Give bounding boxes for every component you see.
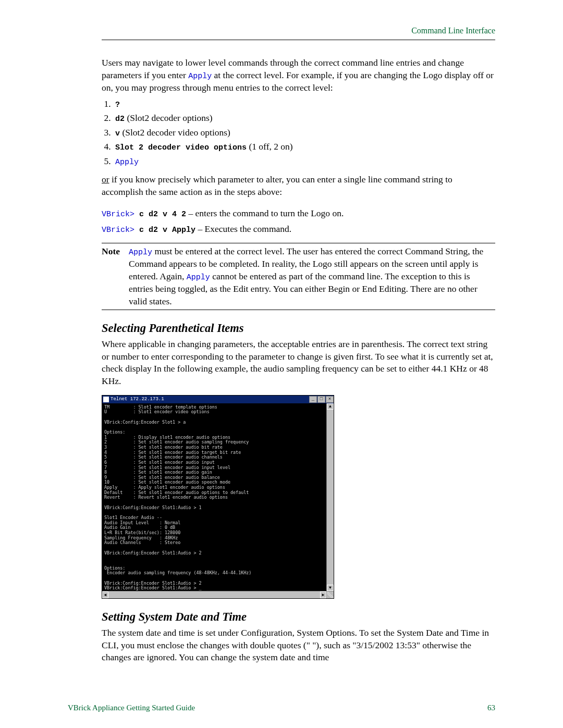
apply-inline-1: Apply [188, 72, 212, 81]
scroll-down-arrow-icon[interactable]: ▼ [327, 585, 334, 591]
cmd-1-desc: – enters the command to turn the Logo on… [186, 208, 344, 218]
step-2-desc: (Slot2 decoder options) [125, 113, 213, 123]
step-1-cmd: ? [115, 101, 120, 109]
telnet-titlebar[interactable]: Telnet 172.22.173.1 _ □ × [102, 396, 334, 403]
note-rule-top [102, 243, 495, 243]
cmd-2-desc: – Executes the command. [195, 224, 291, 234]
alt-paragraph: or if you know precisely which parameter… [102, 174, 495, 198]
telnet-app-icon [103, 397, 109, 402]
cmd-line-1: VBrick> c d2 v 4 2 – enters the command … [102, 207, 495, 220]
note-apply-1: Apply [129, 248, 152, 257]
alt-or: or [102, 174, 109, 184]
footer-left: VBrick Appliance Getting Started Guide [68, 704, 195, 712]
maximize-button[interactable]: □ [317, 396, 325, 403]
scroll-up-arrow-icon[interactable]: ▲ [327, 403, 334, 410]
step-5: Apply [113, 154, 495, 169]
telnet-output: TM : Slot1 encoder template options U : … [102, 403, 326, 591]
note-block: Note Apply must be entered at the correc… [102, 245, 495, 307]
step-3-cmd: v [115, 129, 120, 138]
vertical-scrollbar[interactable]: ▲ ▼ [326, 403, 334, 591]
scroll-left-arrow-icon[interactable]: ◄ [102, 591, 108, 598]
step-3: v (Slot2 decoder video options) [113, 126, 495, 140]
step-2-cmd: d2 [115, 115, 125, 124]
step-4-cmd: Slot 2 decoder video options [115, 143, 247, 152]
step-2: d2 (Slot2 decoder options) [113, 111, 495, 126]
vscroll-track[interactable] [327, 410, 334, 585]
step-1: ? [113, 97, 495, 112]
page-footer: VBrick Appliance Getting Started Guide 6… [68, 704, 495, 712]
step-4: Slot 2 decoder video options (1 off, 2 o… [113, 140, 495, 154]
resize-grip-icon[interactable] [326, 591, 334, 598]
step-4-desc: (1 off, 2 on) [247, 141, 293, 152]
hscroll-track[interactable] [108, 591, 320, 598]
section-body-parenthetical: Where applicable in changing parameters,… [102, 338, 495, 388]
scroll-right-arrow-icon[interactable]: ► [320, 591, 326, 598]
step-3-desc: (Slot2 decoder video options) [120, 127, 230, 138]
cmd-line-2: VBrick> c d2 v Apply – Executes the comm… [102, 223, 495, 236]
note-label: Note [102, 245, 129, 307]
note-rule-bottom [102, 310, 495, 310]
footer-page-number: 63 [487, 704, 495, 712]
section-title-parenthetical: Selecting Parenthetical Items [102, 322, 495, 335]
step-5-cmd: Apply [115, 158, 139, 167]
intro-paragraph: Users may navigate to lower level comman… [102, 57, 495, 94]
section-title-datetime: Setting System Date and Time [102, 610, 495, 624]
steps-list: ? d2 (Slot2 decoder options) v (Slot2 de… [102, 97, 495, 169]
cmd-2: c d2 v Apply [134, 226, 195, 235]
horizontal-scrollbar[interactable]: ◄ ► [102, 591, 334, 598]
header-rule [102, 40, 495, 40]
page-header-right: Command Line Interface [102, 26, 495, 35]
telnet-window: Telnet 172.22.173.1 _ □ × TM : Slot1 enc… [102, 395, 334, 599]
telnet-title-text: Telnet 172.22.173.1 [111, 397, 164, 402]
section-body-datetime: The system date and time is set under Co… [102, 627, 495, 664]
cmd-1: c d2 v 4 2 [134, 210, 186, 219]
alt-rest: if you know precisely which parameter to… [102, 174, 452, 197]
prompt-1: VBrick> [102, 210, 134, 219]
note-body: Apply must be entered at the correct lev… [129, 245, 495, 307]
minimize-button[interactable]: _ [309, 396, 317, 403]
close-button[interactable]: × [326, 396, 334, 403]
note-apply-2: Apply [187, 273, 210, 282]
prompt-2: VBrick> [102, 226, 134, 235]
